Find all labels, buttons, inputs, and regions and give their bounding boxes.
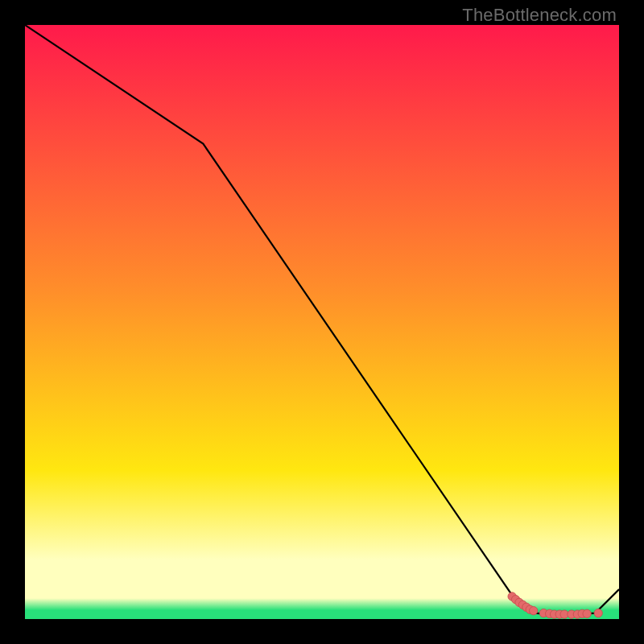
gradient-bg: [25, 25, 619, 619]
chart-svg: [25, 25, 619, 619]
curve-marker: [530, 607, 538, 615]
curve-marker: [594, 609, 602, 617]
curve-marker: [583, 609, 591, 617]
chart-area: [25, 25, 619, 619]
watermark-text: TheBottleneck.com: [462, 5, 617, 26]
